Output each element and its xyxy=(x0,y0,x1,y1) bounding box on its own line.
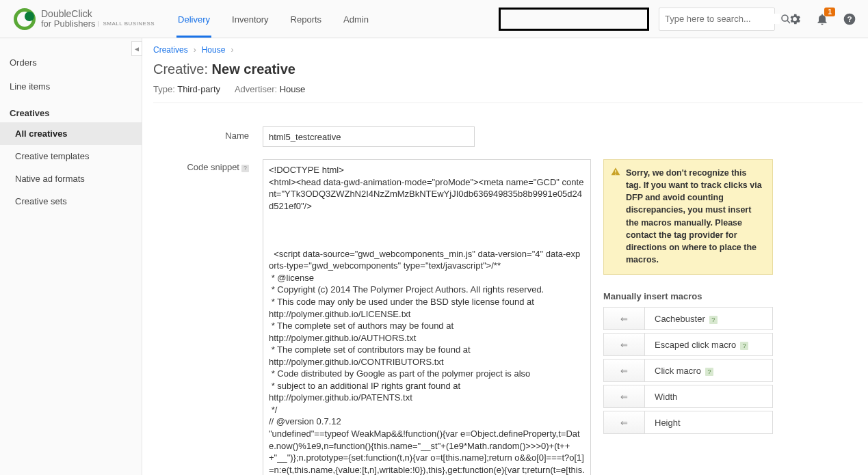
warning-box: Sorry, we don't recognize this tag. If y… xyxy=(603,159,773,275)
macro-click-button[interactable]: ⇐ Click macro? xyxy=(603,359,773,382)
insert-arrow-icon: ⇐ xyxy=(604,359,645,381)
chevron-right-icon: › xyxy=(194,45,196,55)
macro-escaped-click-button[interactable]: ⇐ Escaped click macro? xyxy=(603,333,773,356)
nav-reports[interactable]: Reports xyxy=(289,1,324,38)
top-bar: DoubleClick for Publishers SMALL BUSINES… xyxy=(0,0,868,38)
nav-inventory[interactable]: Inventory xyxy=(231,1,269,38)
main-content: Creatives › House › Creative: New creati… xyxy=(142,38,868,475)
sidebar-item-creative-templates[interactable]: Creative templates xyxy=(0,145,142,167)
macro-height-button[interactable]: ⇐ Height xyxy=(603,411,773,434)
logo-line2: for Publishers xyxy=(41,19,95,29)
macro-width-button[interactable]: ⇐ Width xyxy=(603,385,773,408)
notifications-icon[interactable]: 1 xyxy=(815,12,830,27)
insert-arrow-icon: ⇐ xyxy=(604,334,645,355)
code-snippet-label: Code snippet? xyxy=(153,159,263,475)
logo-badge: SMALL BUSINESS xyxy=(98,21,155,27)
breadcrumb-creatives[interactable]: Creatives xyxy=(153,45,188,55)
sidebar-section-creatives: Creatives xyxy=(0,98,142,122)
warning-icon xyxy=(611,167,620,176)
insert-arrow-icon: ⇐ xyxy=(604,385,645,407)
macros-title: Manually insert macros xyxy=(603,291,773,301)
warning-text: Sorry, we don't recognize this tag. If y… xyxy=(626,168,762,264)
sidebar: ◄ Orders Line items Creatives All creati… xyxy=(0,38,142,475)
breadcrumb: Creatives › House › xyxy=(153,45,868,57)
help-icon[interactable]: ? xyxy=(705,368,713,376)
sidebar-collapse-handle[interactable]: ◄ xyxy=(131,41,142,56)
logo-icon xyxy=(14,8,36,30)
help-icon[interactable]: ? xyxy=(740,342,748,350)
name-input[interactable] xyxy=(263,126,475,147)
insert-arrow-icon: ⇐ xyxy=(604,411,645,433)
nav-admin[interactable]: Admin xyxy=(342,1,370,38)
creative-meta: Type: Third-party Advertiser: House xyxy=(153,80,863,103)
top-nav: Delivery Inventory Reports Admin xyxy=(176,1,370,38)
sidebar-item-line-items[interactable]: Line items xyxy=(0,74,142,98)
sidebar-item-all-creatives[interactable]: All creatives xyxy=(0,122,142,145)
code-snippet-textarea[interactable]: <!DOCTYPE html><html><head data-gwd-anim… xyxy=(263,159,591,475)
help-icon[interactable]: ? xyxy=(241,165,249,172)
help-icon[interactable]: ? xyxy=(709,316,718,324)
highlighted-region xyxy=(499,8,649,31)
search-input[interactable] xyxy=(665,14,780,24)
breadcrumb-house[interactable]: House xyxy=(202,45,226,55)
macro-cachebuster-button[interactable]: ⇐ Cachebuster? xyxy=(603,307,773,330)
help-icon[interactable]: ? xyxy=(842,12,857,27)
svg-text:?: ? xyxy=(847,14,852,23)
sidebar-item-orders[interactable]: Orders xyxy=(0,51,142,74)
sidebar-item-creative-sets[interactable]: Creative sets xyxy=(0,190,142,213)
nav-delivery[interactable]: Delivery xyxy=(176,1,211,38)
macro-panel: Sorry, we don't recognize this tag. If y… xyxy=(603,159,773,437)
logo[interactable]: DoubleClick for Publishers SMALL BUSINES… xyxy=(14,8,155,30)
chevron-right-icon: › xyxy=(231,45,233,55)
sidebar-item-native-ad-formats[interactable]: Native ad formats xyxy=(0,167,142,190)
notifications-badge: 1 xyxy=(824,8,835,16)
insert-arrow-icon: ⇐ xyxy=(604,308,645,329)
logo-line1: DoubleClick xyxy=(41,9,155,19)
name-label: Name xyxy=(153,126,263,147)
gear-icon[interactable] xyxy=(787,12,802,27)
search-box[interactable] xyxy=(659,8,775,31)
page-title: Creative: New creative xyxy=(153,57,868,80)
